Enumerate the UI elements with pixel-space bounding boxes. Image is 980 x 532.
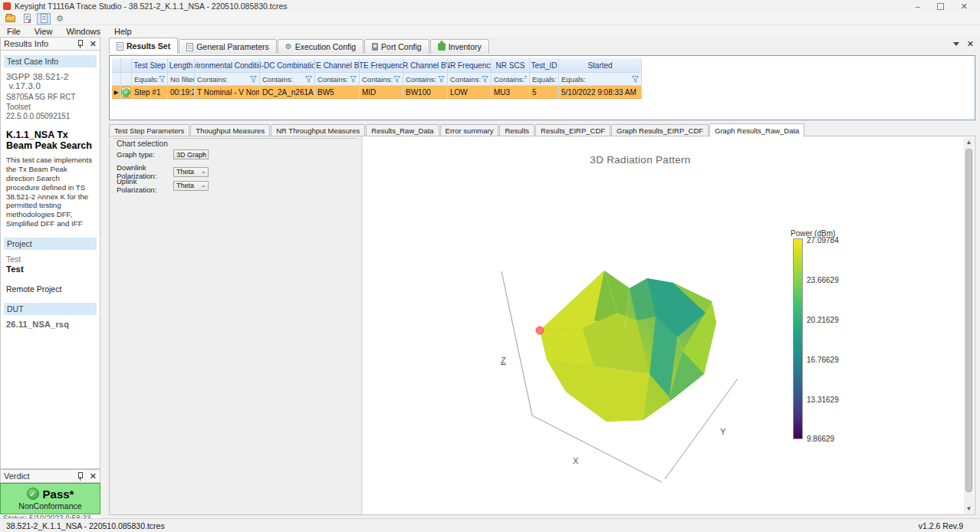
col-nr-channel-bw[interactable]: NR Channel BW	[403, 58, 448, 73]
col-en-dc-combinations[interactable]: EN-DC Combinations	[260, 58, 315, 73]
cell-test-step: Step #1	[132, 86, 168, 99]
filter-test-id[interactable]: Equals:	[530, 73, 559, 86]
filter-nr-frequency[interactable]: Contains:	[448, 73, 492, 86]
tab-graph-results-raw-data[interactable]: Graph Results_Raw_Data	[709, 123, 804, 137]
col-nr-frequency[interactable]: NR Frequency	[448, 58, 492, 73]
inventory-icon	[438, 43, 446, 51]
downlink-polarization-select[interactable]: Theta	[173, 167, 209, 177]
detail-content: Chart selection Graph type: 3D Graph Dow…	[109, 136, 975, 515]
radiation-pattern-plot[interactable]: 3D Radiation Pattern X Y Z	[364, 136, 965, 514]
cell-en-dc-combinations: DC_2A_n261A	[260, 86, 315, 99]
filter-funnel-icon[interactable]	[350, 76, 357, 83]
menu-windows[interactable]: Windows	[59, 26, 107, 37]
filter-funnel-icon[interactable]	[438, 76, 445, 83]
pin-icon[interactable]	[76, 40, 84, 48]
tab-list-dropdown-icon[interactable]	[953, 42, 959, 46]
section-dut: DUT	[4, 303, 97, 315]
plot-title: 3D Radiation Pattern	[364, 154, 916, 166]
table-row-step1[interactable]: ▶ ✓ Step #1 00:19:28 T Nominal - V Nomin…	[112, 86, 972, 99]
col-test-id[interactable]: Test_ID	[530, 58, 559, 73]
tab-error-summary[interactable]: Error summary	[440, 124, 499, 136]
panel-close-icon[interactable]: ✕	[90, 40, 97, 48]
menu-help[interactable]: Help	[107, 26, 139, 37]
maximize-button[interactable]	[937, 3, 944, 10]
tab-results-raw-data[interactable]: Results_Raw_Data	[366, 124, 439, 136]
status-file-name: 38.521-2_K.1.1_NSA - 220510.085830.tcres	[6, 521, 165, 530]
close-button[interactable]: ✕	[961, 2, 968, 10]
section-project: Project	[4, 238, 97, 250]
filter-test-step[interactable]: Equals:	[132, 73, 168, 86]
plot-canvas[interactable]: X Y Z	[364, 136, 965, 514]
colorbar-tick: 13.31629	[807, 396, 860, 404]
cell-length: 00:19:28	[168, 86, 195, 99]
tab-results[interactable]: Results	[499, 124, 534, 136]
tab-graph-results-eirp-cdf[interactable]: Graph Results_EIRP_CDF	[611, 124, 709, 136]
project-label: Test	[3, 253, 97, 264]
scroll-up-icon[interactable]: ▲	[964, 137, 974, 147]
col-test-step[interactable]: Test Step	[132, 58, 168, 73]
toolset-name: S8705A 5G RF RCT Toolset	[3, 93, 97, 112]
filter-length[interactable]: No filter:	[168, 73, 195, 86]
window-title: Keysight T1116A Trace Studio - 38.521-2_…	[15, 2, 288, 11]
cell-lte-frequency: MID	[360, 86, 403, 99]
tab-results-eirp-cdf[interactable]: Results_EIRP_CDF	[535, 124, 610, 136]
col-environmental-conditions[interactable]: Environmental Conditions	[195, 58, 260, 73]
filter-started[interactable]: Equals:	[559, 73, 642, 86]
tab-general-parameters[interactable]: General Parameters	[179, 39, 277, 54]
graph-type-select[interactable]: 3D Graph	[173, 149, 209, 159]
tab-nr-throughput-measures[interactable]: NR Throughput Measures	[271, 124, 365, 136]
col-length[interactable]: Length	[168, 58, 195, 73]
copy-page-icon[interactable]	[37, 13, 51, 25]
verdict-title: Verdict	[4, 471, 30, 481]
tab-thoughput-measures[interactable]: Thoughput Measures	[190, 124, 270, 136]
results-info-panel: Test Case Info 3GPP 38.521-2 v.17.3.0 S8…	[0, 51, 100, 469]
verdict-detail: NonConformance	[18, 501, 81, 511]
col-nr-scs[interactable]: NR SCS	[492, 58, 530, 73]
filter-en-dc-combinations[interactable]: Contains:	[260, 73, 315, 86]
filter-funnel-icon[interactable]	[632, 76, 639, 83]
filter-environmental-conditions[interactable]: Contains:	[195, 73, 260, 86]
pass-check-icon: ✓	[27, 488, 39, 500]
tab-test-step-parameters[interactable]: Test Step Parameters	[109, 124, 189, 136]
filter-funnel-icon[interactable]	[482, 76, 488, 83]
verdict-pin-icon[interactable]	[76, 472, 84, 481]
filter-nr-channel-bw[interactable]: Contains:	[403, 73, 448, 86]
col-lte-channel-bw[interactable]: LTE Channel BW	[315, 58, 360, 73]
remote-project-label: Remote Project	[3, 281, 97, 301]
tab-label: Results Set	[127, 41, 170, 51]
table-header-row: Test Step Length Environmental Condition…	[112, 58, 972, 73]
sidebar: Results Info ✕ Test Case Info 3GPP 38.52…	[0, 37, 100, 518]
menu-file[interactable]: File	[0, 26, 28, 37]
filter-funnel-icon[interactable]	[393, 76, 400, 83]
col-started[interactable]: Started	[559, 58, 642, 73]
report-icon[interactable]	[20, 13, 34, 25]
groupbox-border	[113, 138, 357, 139]
tab-close-icon[interactable]: ✕	[967, 40, 974, 48]
tab-execution-config[interactable]: ⚙ Execution Config	[278, 39, 363, 54]
minimize-button[interactable]: –	[916, 2, 920, 10]
cell-started: 5/10/2022 9:08:33 AM	[559, 86, 642, 99]
filter-funnel-icon[interactable]	[305, 76, 312, 83]
filter-lte-frequency[interactable]: Contains:	[360, 73, 403, 86]
filter-funnel-icon[interactable]	[250, 76, 257, 83]
filter-funnel-icon[interactable]	[159, 76, 165, 83]
tab-results-set[interactable]: Results Set	[109, 38, 178, 54]
colorbar	[793, 238, 803, 439]
menu-view[interactable]: View	[28, 26, 60, 37]
scroll-down-icon[interactable]: ▼	[964, 504, 974, 514]
verdict-close-icon[interactable]: ✕	[90, 472, 97, 480]
settings-gear-icon[interactable]	[54, 13, 67, 25]
general-parameters-icon	[186, 43, 193, 51]
beam-peak-point[interactable]	[536, 327, 544, 334]
filter-nr-scs[interactable]: Contains:	[492, 73, 530, 86]
scrollbar-thumb[interactable]	[965, 149, 972, 492]
tab-inventory[interactable]: Inventory	[430, 39, 489, 54]
tab-port-config[interactable]: Port Config	[364, 39, 429, 54]
filter-funnel-icon[interactable]	[525, 76, 527, 83]
graph-type-label: Graph type:	[117, 150, 173, 159]
open-folder-icon[interactable]	[3, 13, 17, 25]
uplink-polarization-select[interactable]: Theta	[173, 181, 209, 191]
vertical-scrollbar[interactable]: ▲ ▼	[964, 137, 974, 514]
filter-lte-channel-bw[interactable]: Contains:	[315, 73, 360, 86]
col-lte-frequency[interactable]: LTE Frequency	[360, 58, 403, 73]
